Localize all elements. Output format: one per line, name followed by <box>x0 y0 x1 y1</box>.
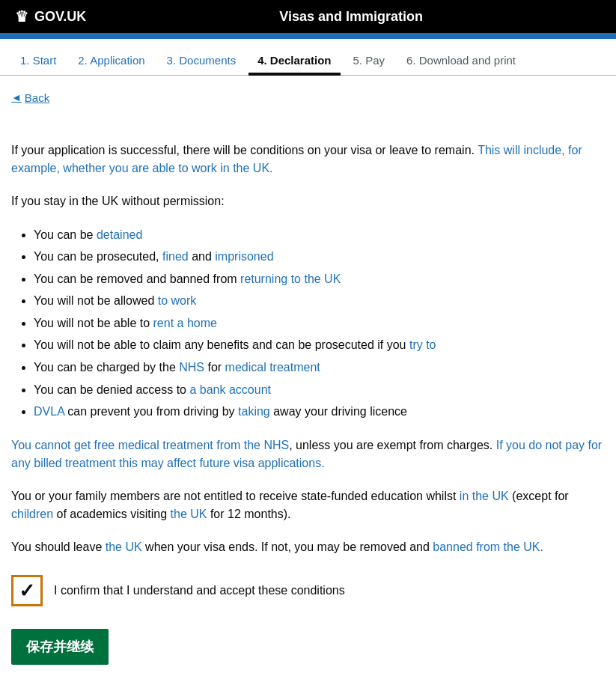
bullet-text: You can be prosecuted, fined and impriso… <box>34 250 274 263</box>
paragraph-2-intro: If you stay in the UK without permission… <box>11 192 603 210</box>
paragraph-5: You should leave the UK when your visa e… <box>11 538 603 556</box>
back-link[interactable]: ◄ Back <box>11 91 49 104</box>
confirmation-checkbox[interactable]: ✓ <box>11 575 43 606</box>
list-item: You can be removed and banned from retur… <box>34 270 603 289</box>
paragraph-3: You cannot get free medical treatment fr… <box>11 436 603 472</box>
bullet-text: You can be denied access to a bank accou… <box>34 383 271 396</box>
step-pay: 5. Pay <box>344 48 394 75</box>
steps-navigation: 1. Start 2. Application 3. Documents 4. … <box>0 39 616 76</box>
bullet-text: You will not be able to rent a home <box>34 317 217 329</box>
site-title: Visas and Immigration <box>101 9 601 25</box>
back-link-text: Back <box>25 91 49 104</box>
confirmation-checkbox-area: ✓ I confirm that I understand and accept… <box>11 575 603 606</box>
main-content: ◄ Back If your application is successful… <box>0 76 614 679</box>
bullet-text: You can be detained <box>34 228 142 241</box>
p1-link-text: This will include, for example, whether … <box>11 144 582 174</box>
list-item: DVLA can prevent you from driving by tak… <box>34 402 603 421</box>
conditions-list: You can be detained You can be prosecute… <box>34 225 603 421</box>
bullet-text: You will not be allowed to work <box>34 294 196 307</box>
list-item: You can be charged by the NHS for medica… <box>34 358 603 377</box>
submit-button[interactable]: 保存并继续 <box>11 629 109 665</box>
list-item: You will not be allowed to work <box>34 291 603 311</box>
step-start[interactable]: 1. Start <box>11 48 65 75</box>
list-item: You can be prosecuted, fined and impriso… <box>34 247 603 267</box>
site-header: ♛ GOV.UK Visas and Immigration <box>0 0 616 39</box>
logo-text: GOV.UK <box>34 9 86 25</box>
list-item: You will not be able to claim any benefi… <box>34 335 603 355</box>
step-application[interactable]: 2. Application <box>69 48 153 75</box>
bullet-text: You will not be able to claim any benefi… <box>34 338 436 351</box>
p2-intro-text: If you stay in the UK without permission… <box>11 195 225 207</box>
list-item: You can be denied access to a bank accou… <box>34 380 603 400</box>
paragraph-4: You or your family members are not entit… <box>11 487 603 523</box>
back-arrow-icon: ◄ <box>11 91 22 103</box>
bullet-text: You can be charged by the NHS for medica… <box>34 361 320 374</box>
gov-logo: ♛ GOV.UK <box>15 7 86 25</box>
paragraph-1: If your application is successful, there… <box>11 141 603 177</box>
blue-bar <box>0 33 616 39</box>
checkmark-icon: ✓ <box>19 581 35 600</box>
step-declaration[interactable]: 4. Declaration <box>248 48 340 76</box>
bullet-text: You can be removed and banned from retur… <box>34 272 341 285</box>
checkbox-label: I confirm that I understand and accept t… <box>54 584 345 597</box>
bullet-text: DVLA can prevent you from driving by tak… <box>34 405 407 418</box>
crown-icon: ♛ <box>15 7 28 25</box>
list-item: You will not be able to rent a home <box>34 314 603 333</box>
step-documents[interactable]: 3. Documents <box>158 48 246 75</box>
step-download: 6. Download and print <box>397 48 525 75</box>
list-item: You can be detained <box>34 225 603 245</box>
